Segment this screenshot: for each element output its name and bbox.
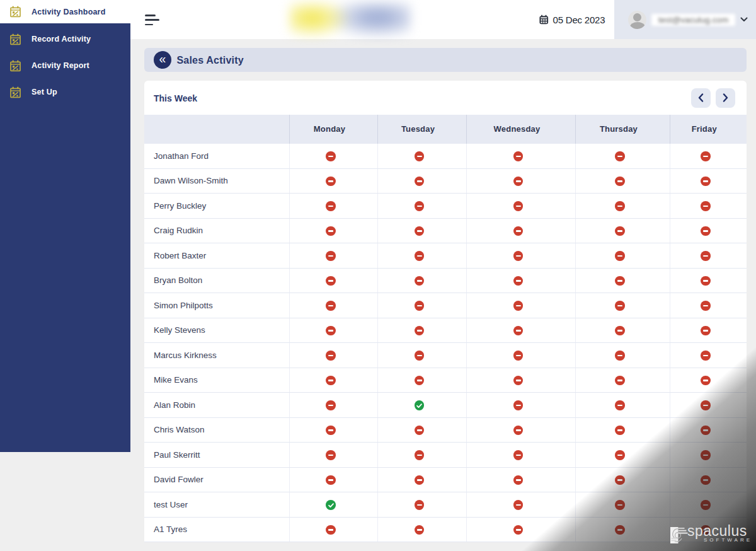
svg-text:SOFTWARE: SOFTWARE <box>704 537 750 543</box>
